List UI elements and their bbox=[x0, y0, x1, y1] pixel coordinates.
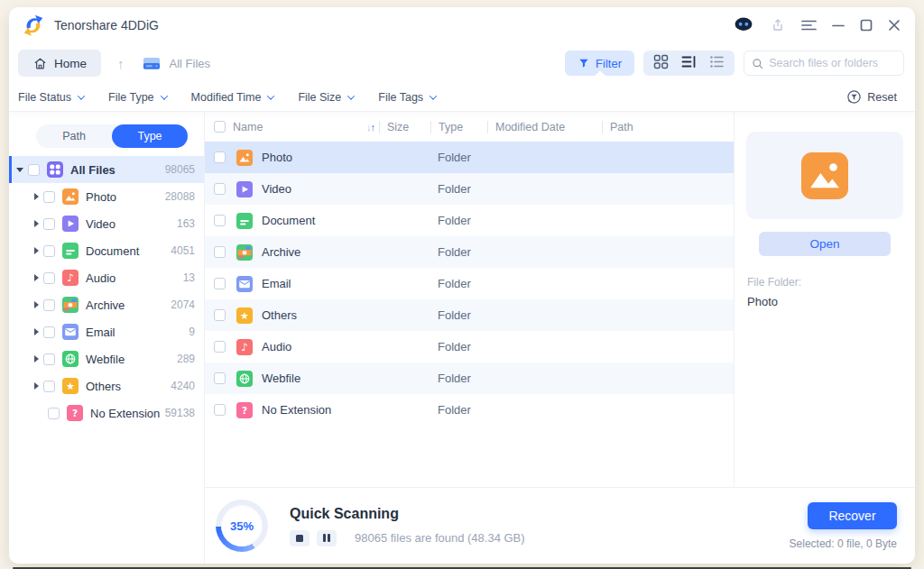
column-type[interactable]: Type bbox=[430, 121, 487, 133]
checkbox[interactable] bbox=[214, 151, 226, 163]
filter-modified-time[interactable]: Modified Time bbox=[191, 91, 274, 104]
checkbox[interactable] bbox=[214, 278, 226, 289]
expand-caret-icon[interactable] bbox=[34, 382, 39, 390]
tab-type[interactable]: Type bbox=[112, 124, 188, 148]
table-row-others[interactable]: ★ Others Folder bbox=[205, 299, 734, 331]
maximize-button[interactable] bbox=[860, 19, 873, 32]
share-icon[interactable] bbox=[770, 17, 786, 33]
title-bar: Tenorshare 4DDiG bbox=[9, 7, 915, 43]
sort-icon[interactable]: ↓↑ bbox=[366, 122, 374, 133]
breadcrumb: All Files bbox=[170, 57, 211, 70]
sidebar-item-no-extension[interactable]: ? No Extension 59138 bbox=[9, 399, 204, 427]
sidebar-item-all-files[interactable]: All Files 98065 bbox=[9, 156, 204, 183]
svg-text:★: ★ bbox=[66, 381, 75, 392]
view-switcher bbox=[643, 50, 735, 76]
checkbox[interactable] bbox=[214, 372, 226, 384]
column-size[interactable]: Size bbox=[379, 121, 430, 133]
search-box[interactable] bbox=[744, 50, 904, 76]
navigate-up-icon[interactable]: ↑ bbox=[117, 56, 125, 71]
sidebar-item-others[interactable]: ★ Others 4240 bbox=[9, 372, 204, 399]
sidebar-item-photo[interactable]: Photo 28088 bbox=[9, 183, 204, 210]
recover-button[interactable]: Recover bbox=[808, 502, 897, 529]
others-icon: ★ bbox=[236, 307, 253, 324]
tab-path[interactable]: Path bbox=[36, 124, 112, 148]
pause-icon bbox=[323, 534, 330, 542]
checkbox[interactable] bbox=[214, 404, 226, 416]
sidebar-item-audio[interactable]: ♪ Audio 13 bbox=[9, 264, 204, 291]
scan-progress-ring: 35% bbox=[216, 500, 268, 552]
table-row-no-extension[interactable]: ? No Extension Folder bbox=[205, 394, 734, 426]
checkbox[interactable] bbox=[48, 408, 60, 419]
checkbox[interactable] bbox=[43, 218, 55, 230]
expand-caret-icon[interactable] bbox=[34, 220, 39, 227]
checkbox[interactable] bbox=[28, 164, 40, 176]
detail-list-view-icon[interactable] bbox=[681, 54, 697, 73]
expand-caret-icon[interactable] bbox=[34, 247, 39, 254]
reset-filter-icon bbox=[846, 89, 862, 105]
table-row-archive[interactable]: Archive Folder bbox=[205, 236, 734, 268]
table-row-photo[interactable]: Photo Folder bbox=[205, 142, 734, 173]
checkbox[interactable] bbox=[214, 215, 226, 226]
assistant-robot-icon[interactable] bbox=[733, 17, 754, 33]
expand-caret-icon[interactable] bbox=[34, 355, 39, 363]
preview-panel: Open File Folder: Photo bbox=[734, 112, 915, 487]
filter-file-size[interactable]: File Size bbox=[298, 91, 354, 104]
checkbox[interactable] bbox=[43, 299, 55, 311]
search-input[interactable] bbox=[769, 57, 896, 69]
reset-button[interactable]: Reset bbox=[846, 89, 897, 105]
compact-list-view-icon[interactable] bbox=[709, 54, 725, 73]
type-cell: Folder bbox=[430, 277, 487, 290]
stop-icon bbox=[296, 535, 303, 542]
table-row-email[interactable]: Email Folder bbox=[205, 268, 734, 299]
item-label: All Files bbox=[70, 163, 116, 177]
table-row-document[interactable]: Document Folder bbox=[205, 205, 734, 236]
table-row-video[interactable]: Video Folder bbox=[205, 173, 734, 205]
photo-icon bbox=[236, 150, 253, 166]
svg-text:♪: ♪ bbox=[67, 271, 73, 284]
expand-caret-icon[interactable] bbox=[34, 301, 39, 308]
scan-status-title: Quick Scanning bbox=[290, 506, 525, 522]
sidebar-item-video[interactable]: Video 163 bbox=[9, 210, 204, 237]
type-cell: Folder bbox=[430, 403, 487, 417]
checkbox[interactable] bbox=[43, 381, 55, 392]
expand-caret-icon[interactable] bbox=[34, 328, 39, 335]
column-path[interactable]: Path bbox=[602, 121, 734, 133]
file-folder-label: File Folder: bbox=[747, 276, 915, 289]
selected-summary: Selected: 0 file, 0 Byte bbox=[790, 537, 897, 550]
open-button[interactable]: Open bbox=[759, 232, 891, 256]
home-button[interactable]: Home bbox=[18, 50, 101, 77]
filter-button[interactable]: Filter bbox=[565, 50, 634, 76]
filter-file-tags[interactable]: File Tags bbox=[378, 91, 436, 104]
expand-caret-icon[interactable] bbox=[16, 168, 23, 172]
checkbox[interactable] bbox=[43, 191, 55, 203]
expand-caret-icon[interactable] bbox=[34, 274, 39, 281]
type-cell: Folder bbox=[430, 308, 487, 322]
sidebar-item-webfile[interactable]: Webfile 289 bbox=[9, 345, 204, 372]
checkbox[interactable] bbox=[214, 341, 226, 353]
select-all-checkbox[interactable] bbox=[214, 121, 226, 133]
item-count: 98065 bbox=[165, 163, 195, 176]
item-label: Audio bbox=[86, 271, 116, 285]
table-row-audio[interactable]: ♪ Audio Folder bbox=[205, 331, 734, 363]
checkbox[interactable] bbox=[43, 326, 55, 338]
column-modified-date[interactable]: Modified Date bbox=[487, 121, 602, 133]
checkbox[interactable] bbox=[214, 246, 226, 258]
stop-scan-button[interactable] bbox=[290, 530, 310, 546]
checkbox[interactable] bbox=[43, 245, 55, 257]
checkbox[interactable] bbox=[214, 309, 226, 321]
checkbox[interactable] bbox=[43, 353, 55, 365]
sidebar-item-archive[interactable]: Archive 2074 bbox=[9, 291, 204, 318]
filter-file-status[interactable]: File Status bbox=[18, 91, 84, 104]
checkbox[interactable] bbox=[214, 183, 226, 195]
expand-caret-icon[interactable] bbox=[34, 193, 39, 200]
grid-view-icon[interactable] bbox=[653, 54, 669, 73]
sidebar-item-email[interactable]: Email 9 bbox=[9, 318, 204, 345]
menu-icon[interactable] bbox=[801, 19, 817, 32]
checkbox[interactable] bbox=[43, 272, 55, 284]
pause-scan-button[interactable] bbox=[317, 530, 337, 546]
filter-file-type[interactable]: File Type bbox=[108, 91, 167, 104]
minimize-button[interactable] bbox=[832, 19, 845, 32]
sidebar-item-document[interactable]: Document 4051 bbox=[9, 237, 204, 264]
close-button[interactable] bbox=[888, 19, 901, 32]
table-row-webfile[interactable]: Webfile Folder bbox=[205, 363, 734, 394]
